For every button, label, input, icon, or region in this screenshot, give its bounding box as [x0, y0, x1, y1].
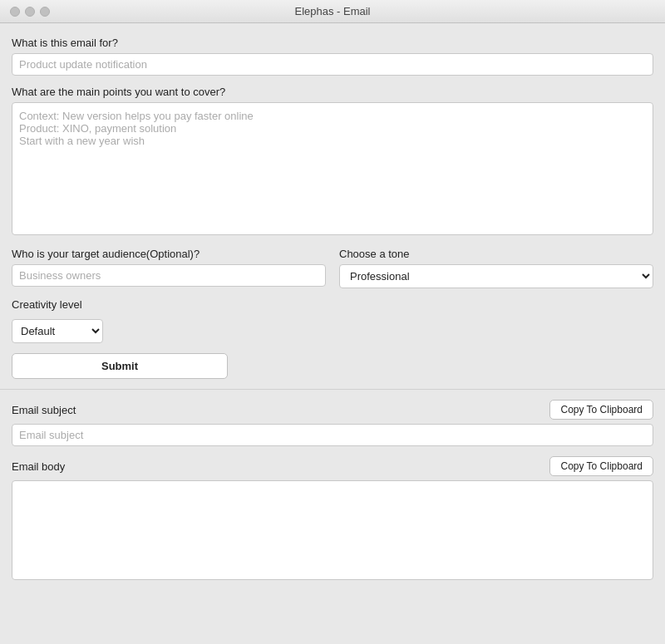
- email-body-header: Email body Copy To Clipboard: [12, 456, 653, 476]
- main-points-label: What are the main points you want to cov…: [12, 86, 653, 98]
- submit-button[interactable]: Submit: [12, 353, 228, 379]
- target-audience-field: Who is your target audience(Optional)?: [12, 248, 326, 288]
- copy-subject-button[interactable]: Copy To Clipboard: [549, 400, 653, 420]
- copy-body-button[interactable]: Copy To Clipboard: [549, 456, 653, 476]
- window-title: Elephas - Email: [294, 5, 370, 17]
- minimize-button[interactable]: [25, 7, 35, 17]
- target-audience-label: Who is your target audience(Optional)?: [12, 248, 326, 260]
- main-content: What is this email for? What are the mai…: [0, 23, 665, 593]
- main-points-input[interactable]: [12, 102, 653, 235]
- output-section: Email subject Copy To Clipboard Email bo…: [12, 400, 653, 580]
- email-subject-input[interactable]: [12, 424, 653, 446]
- creativity-select[interactable]: Default Low Medium High: [12, 319, 103, 343]
- tone-field: Choose a tone Professional Casual Formal…: [339, 248, 653, 288]
- main-points-field: What are the main points you want to cov…: [12, 86, 653, 238]
- creativity-field: Creativity level Default Low Medium High: [12, 298, 653, 343]
- email-body-label: Email body: [12, 460, 65, 473]
- email-subject-label: Email subject: [12, 404, 76, 416]
- window-controls: [10, 7, 50, 17]
- target-audience-input[interactable]: [12, 264, 326, 287]
- close-button[interactable]: [10, 7, 20, 17]
- divider: [0, 389, 665, 390]
- tone-select[interactable]: Professional Casual Formal Friendly Pers…: [339, 264, 653, 288]
- email-body-section: Email body Copy To Clipboard: [12, 456, 653, 580]
- creativity-label: Creativity level: [12, 298, 653, 311]
- title-bar: Elephas - Email: [0, 0, 665, 23]
- email-subject-header: Email subject Copy To Clipboard: [12, 400, 653, 420]
- email-purpose-input[interactable]: [12, 53, 653, 76]
- maximize-button[interactable]: [40, 7, 50, 17]
- email-body-textarea[interactable]: [12, 480, 653, 580]
- email-purpose-label: What is this email for?: [12, 37, 653, 49]
- email-subject-section: Email subject Copy To Clipboard: [12, 400, 653, 446]
- submit-section: Submit: [12, 353, 653, 379]
- audience-tone-row: Who is your target audience(Optional)? C…: [12, 248, 653, 288]
- email-purpose-field: What is this email for?: [12, 37, 653, 76]
- choose-tone-label: Choose a tone: [339, 248, 653, 260]
